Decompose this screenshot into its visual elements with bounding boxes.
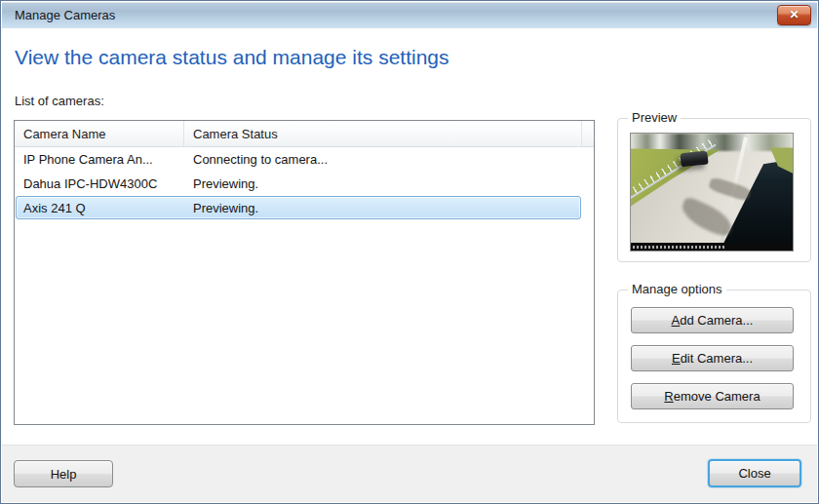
preview-group: Preview [617, 118, 811, 262]
camera-list-table[interactable]: Camera Name Camera Status IP Phone Camer… [14, 120, 595, 425]
edit-camera-button[interactable]: Edit Camera... [631, 345, 794, 371]
title-bar[interactable]: Manage Cameras ✕ [2, 2, 817, 28]
page-title: View the camera status and manage its se… [15, 46, 449, 69]
list-of-cameras-label: List of cameras: [15, 94, 104, 108]
table-row[interactable]: Dahua IPC-HDW4300C Previewing. [15, 172, 594, 196]
help-button[interactable]: Help [14, 460, 113, 487]
add-camera-button[interactable]: Add Camera... [631, 307, 794, 333]
column-header-camera-name[interactable]: Camera Name [15, 121, 184, 146]
column-header-filler [582, 121, 594, 146]
column-header-camera-status[interactable]: Camera Status [184, 121, 582, 146]
preview-timestamp-text-shape [633, 246, 726, 249]
preview-car-shape [681, 151, 710, 168]
close-dialog-button[interactable]: Close [708, 459, 801, 487]
manage-options-label: Manage options [628, 282, 726, 296]
window-title: Manage Cameras [15, 8, 115, 22]
remove-camera-button[interactable]: Remove Camera [631, 383, 794, 409]
camera-preview-image [630, 133, 794, 252]
manage-cameras-dialog: Manage Cameras ✕ View the camera status … [0, 0, 819, 504]
close-icon: ✕ [789, 8, 799, 21]
preview-timestamp-bar [631, 243, 793, 251]
camera-name-cell: Axis 241 Q [15, 196, 184, 220]
camera-status-cell: Previewing. [184, 172, 582, 196]
table-header: Camera Name Camera Status [15, 121, 594, 147]
camera-status-cell: Previewing. [184, 196, 582, 220]
close-button[interactable]: ✕ [777, 5, 811, 25]
manage-options-group: Manage options Add Camera... Edit Camera… [617, 290, 811, 423]
camera-name-cell: IP Phone Camera An... [15, 147, 184, 172]
table-row[interactable]: IP Phone Camera An... Connecting to came… [15, 147, 594, 172]
table-row-selected[interactable]: Axis 241 Q Previewing. [15, 196, 594, 220]
preview-group-label: Preview [628, 110, 681, 125]
footer-bar: Help Close [2, 445, 817, 502]
camera-name-cell: Dahua IPC-HDW4300C [15, 172, 184, 196]
camera-status-cell: Connecting to camera... [184, 147, 582, 172]
